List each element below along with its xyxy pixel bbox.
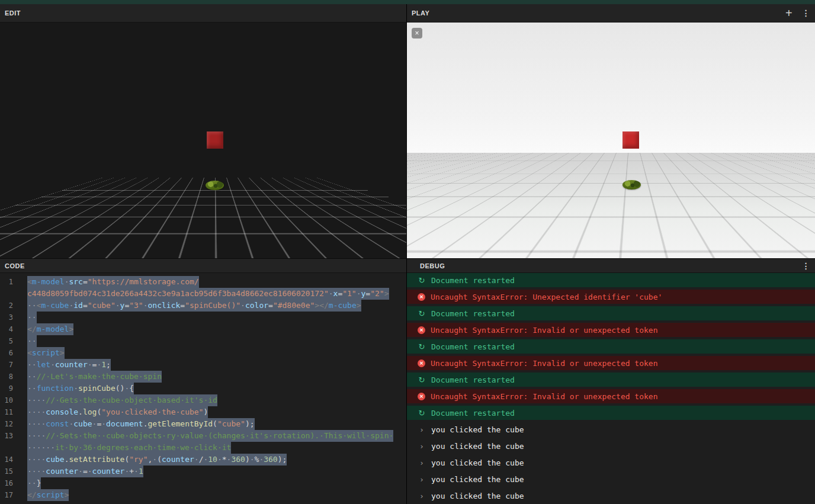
edit-panel-title: EDIT [5,9,21,17]
code-line[interactable]: 12····const·cube·=·document.getElementBy… [0,418,406,430]
debug-entry-error[interactable]: ×Uncaught SyntaxError: Invalid or unexpe… [407,323,815,337]
play-3d-viewport[interactable]: × [407,23,815,258]
debug-entry-log[interactable]: ›you clicked the cube [407,472,815,486]
code-line-text: </script> [27,489,69,501]
debug-entry-text: Document restarted [431,276,515,285]
debug-entry-text: Uncaught SyntaxError: Invalid or unexpec… [431,392,658,401]
code-line-text: c448d8059fbd074c31de266a4432c3e9a1acb95d… [27,288,389,300]
error-icon: × [418,326,425,334]
debug-entry-restart[interactable]: ↻Document restarted [407,306,815,320]
panel-grid: EDIT PLAY + ⋮ × [0,4,815,504]
debug-entry-text: Uncaught SyntaxError: Invalid or unexpec… [431,359,658,368]
code-line-text: ··<m-cube·id="cube"·y="3"·onclick="spinC… [27,300,361,312]
debug-entry-error[interactable]: ×Uncaught SyntaxError: Invalid or unexpe… [407,356,815,370]
code-line[interactable]: 11····console.log("you·clicked·the·cube"… [0,406,406,418]
debug-menu-kebab-icon[interactable]: ⋮ [802,261,810,271]
line-number: 3 [0,312,13,323]
debug-entry-text: you clicked the cube [431,442,524,451]
code-line[interactable]: 17</script> [0,489,406,501]
app-window: EDIT PLAY + ⋮ × [0,0,815,504]
debug-panel: DEBUG ⋮ ↻Document restarted×Uncaught Syn… [406,258,815,504]
code-line[interactable]: 4</m-model> [0,323,406,335]
code-line[interactable]: 2··<m-cube·id="cube"·y="3"·onclick="spin… [0,300,406,312]
code-line-text: ····cube.setAttribute("ry",·(counter·/·1… [27,454,287,466]
code-line[interactable]: 5·· [0,335,406,347]
code-line[interactable]: 7··let·counter·=·1; [0,359,406,371]
debug-entry-text: you clicked the cube [431,458,524,467]
line-number: 14 [0,454,13,466]
code-line[interactable]: 14····cube.setAttribute("ry",·(counter·/… [0,454,406,466]
debug-entry-text: Uncaught SyntaxError: Invalid or unexpec… [431,326,658,335]
debug-entry-text: Document restarted [431,309,515,318]
code-line-text: ··} [27,477,41,489]
debug-entry-error[interactable]: ×Uncaught SyntaxError: Unexpected identi… [407,290,815,304]
debug-entry-log[interactable]: ›you clicked the cube [407,422,815,436]
debug-entry-restart[interactable]: ↻Document restarted [407,406,815,420]
debug-entry-log[interactable]: ›you clicked the cube [407,455,815,470]
play-panel-title: PLAY [412,9,429,17]
debug-entry-error[interactable]: ×Uncaught SyntaxError: Invalid or unexpe… [407,389,815,403]
line-number: 1 [0,276,13,288]
error-icon: × [418,293,425,301]
play-red-cube[interactable] [623,131,639,149]
line-number: 17 [0,489,13,501]
close-icon[interactable]: × [412,28,422,38]
debug-panel-header: DEBUG ⋮ [407,258,815,273]
code-line[interactable]: ······it·by·36·degrees·each·time·we·clic… [0,442,406,454]
code-line-text: ····const·cube·=·document.getElementById… [27,418,255,430]
log-icon: › [418,458,426,467]
error-icon: × [418,393,425,400]
code-line-text: <script> [27,347,65,359]
debug-entry-log[interactable]: ›you clicked the cube [407,489,815,503]
code-line[interactable]: 15····counter·=·counter·+·1 [0,466,406,477]
debug-entry-text: Uncaught SyntaxError: Unexpected identif… [431,293,662,301]
edit-panel: EDIT [0,4,406,258]
add-icon[interactable]: + [782,6,796,20]
code-line[interactable]: 9··function·spinCube()·{ [0,383,406,394]
line-number: 7 [0,359,13,371]
restart-icon: ↻ [418,309,426,318]
edit-green-model[interactable] [206,181,224,190]
debug-entry-text: Document restarted [431,409,515,418]
debug-entry-restart[interactable]: ↻Document restarted [407,373,815,387]
log-icon: › [418,442,426,451]
edit-3d-viewport[interactable] [0,23,406,258]
edit-red-cube[interactable] [207,131,223,149]
restart-icon: ↻ [418,342,426,351]
code-line[interactable]: 8··//·Let's·make·the·cube·spin [0,371,406,383]
code-line[interactable]: 3·· [0,312,406,323]
code-line[interactable]: c448d8059fbd074c31de266a4432c3e9a1acb95d… [0,288,406,300]
log-icon: › [418,425,426,434]
code-line[interactable]: 10····//·Gets·the·cube·object·based·it's… [0,394,406,406]
code-line-text: ····//·Gets·the·cube·object·based·it's·i… [27,394,217,406]
edit-grid-floor [0,23,406,178]
error-icon: × [418,359,425,367]
debug-console: ↻Document restarted×Uncaught SyntaxError… [407,273,815,504]
code-editor[interactable]: 1<m-model·src="https://mmlstorage.com/c4… [0,273,406,504]
code-line-text: ·· [27,335,37,347]
play-grid-floor [407,23,815,153]
code-line-text: ····console.log("you·clicked·the·cube") [27,406,208,418]
code-line[interactable]: 13····//·Sets·the··cube·objects·ry·value… [0,430,406,442]
debug-entry-restart[interactable]: ↻Document restarted [407,273,815,287]
line-number: 16 [0,477,13,489]
code-line[interactable]: 16··} [0,477,406,489]
code-line-text: ······it·by·36·degrees·each·time·we·clic… [27,442,231,454]
line-number: 10 [0,394,13,406]
code-panel-title: CODE [5,262,25,269]
log-icon: › [418,492,426,500]
edit-panel-header: EDIT [0,4,406,23]
play-green-model[interactable] [623,180,641,190]
window-top-strip [0,0,815,4]
play-panel: PLAY + ⋮ × [406,4,815,258]
debug-entry-restart[interactable]: ↻Document restarted [407,339,815,354]
debug-entry-log[interactable]: ›you clicked the cube [407,439,815,453]
restart-icon: ↻ [418,276,426,285]
code-line-text: <m-model·src="https://mmlstorage.com/ [27,276,199,288]
code-line[interactable]: 6<script> [0,347,406,359]
code-line[interactable]: 1<m-model·src="https://mmlstorage.com/ [0,276,406,288]
line-number: 13 [0,430,13,442]
line-number: 11 [0,406,13,418]
debug-entry-text: Document restarted [431,375,515,384]
play-menu-kebab-icon[interactable]: ⋮ [802,8,810,18]
